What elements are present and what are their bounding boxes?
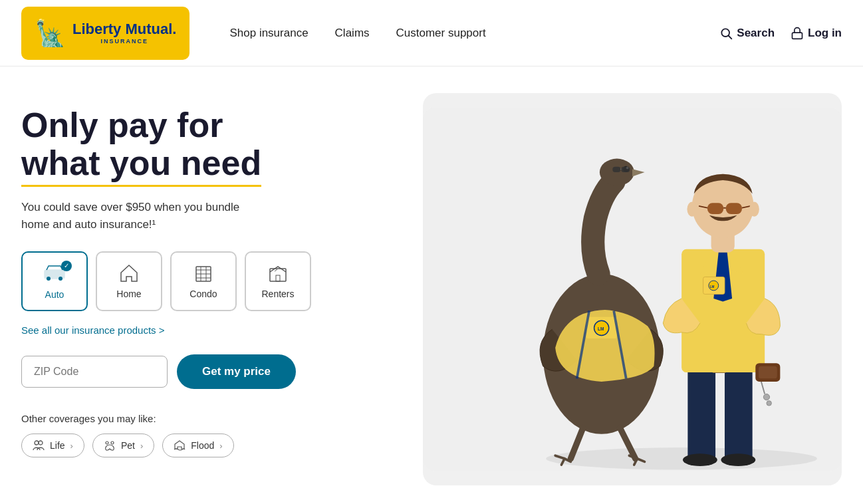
pill-life-label: Life xyxy=(50,440,65,451)
svg-rect-25 xyxy=(612,167,620,172)
svg-point-16 xyxy=(106,441,108,444)
zip-code-input[interactable] xyxy=(21,356,168,388)
auto-check-badge: ✓ xyxy=(61,261,72,271)
svg-rect-35 xyxy=(725,366,753,459)
tab-renters[interactable]: Renters xyxy=(245,251,311,311)
svg-point-52 xyxy=(687,201,697,216)
hero-subtitle: You could save over $950 when you bundle… xyxy=(21,199,407,233)
search-label: Search xyxy=(737,27,775,40)
logo[interactable]: 🗽 Liberty Mutual. INSURANCE xyxy=(21,7,189,60)
tab-condo-label: Condo xyxy=(189,289,217,299)
home-icon xyxy=(118,263,140,283)
see-all-products-link[interactable]: See all our insurance products > xyxy=(21,324,165,336)
other-coverages-label: Other coverages you may like: xyxy=(21,413,407,424)
svg-point-40 xyxy=(767,401,771,406)
tab-condo[interactable]: Condo xyxy=(170,251,237,311)
nav-actions: Search Log in xyxy=(719,27,842,40)
insurance-tabs: ✓ Auto Home xyxy=(21,251,407,311)
renters-icon xyxy=(268,263,288,283)
pill-pet-label: Pet xyxy=(121,440,135,451)
lock-icon xyxy=(791,27,804,40)
nav-links: Shop insurance Claims Customer support xyxy=(229,27,719,40)
hero-title: Only pay for what you need xyxy=(21,106,407,187)
nav-claims[interactable]: Claims xyxy=(335,27,370,40)
svg-text:LM: LM xyxy=(598,326,604,331)
hero-title-line2: what you need xyxy=(21,144,261,187)
logo-main-text: Liberty Mutual. xyxy=(72,21,176,37)
hero-section: Only pay for what you need You could sav… xyxy=(0,66,863,504)
tab-renters-label: Renters xyxy=(261,289,294,299)
life-arrow-icon: › xyxy=(70,441,73,451)
condo-icon xyxy=(193,263,213,283)
svg-point-15 xyxy=(39,441,43,445)
zip-row: Get my price xyxy=(21,354,407,389)
tab-home[interactable]: Home xyxy=(96,251,162,311)
pill-flood[interactable]: Flood › xyxy=(162,434,233,457)
svg-point-57 xyxy=(721,453,755,466)
tab-auto-label: Auto xyxy=(45,289,64,300)
svg-rect-13 xyxy=(276,275,280,281)
svg-point-5 xyxy=(59,277,62,281)
svg-point-14 xyxy=(35,441,39,445)
svg-rect-34 xyxy=(687,366,715,459)
svg-line-1 xyxy=(729,35,732,39)
life-icon xyxy=(33,440,45,451)
pet-icon xyxy=(104,440,116,451)
svg-rect-48 xyxy=(726,203,742,214)
logo-icon: 🗽 xyxy=(35,19,66,48)
hero-left: Only pay for what you need You could sav… xyxy=(21,93,407,457)
pill-pet[interactable]: Pet › xyxy=(92,434,154,457)
coverage-pills: Life › Pet › Flood › xyxy=(21,434,407,457)
logo-sub-text: INSURANCE xyxy=(72,38,176,45)
svg-point-17 xyxy=(111,441,114,444)
login-label: Log in xyxy=(808,27,842,40)
hero-image-panel: LM LM xyxy=(423,93,842,485)
svg-rect-55 xyxy=(759,366,777,379)
pet-arrow-icon: › xyxy=(140,441,143,451)
pill-life[interactable]: Life › xyxy=(21,434,84,457)
tab-auto[interactable]: ✓ Auto xyxy=(21,251,88,311)
svg-rect-47 xyxy=(707,203,723,214)
svg-rect-24 xyxy=(621,167,630,172)
svg-text:LM: LM xyxy=(710,285,715,289)
hero-title-line1: Only pay for xyxy=(21,106,223,144)
svg-point-56 xyxy=(683,453,717,466)
flood-arrow-icon: › xyxy=(219,441,222,451)
svg-point-53 xyxy=(749,201,759,216)
tab-home-label: Home xyxy=(116,289,141,299)
login-button[interactable]: Log in xyxy=(791,27,842,40)
hero-illustration: LM LM xyxy=(423,93,842,485)
nav-customer-support[interactable]: Customer support xyxy=(396,27,486,40)
search-button[interactable]: Search xyxy=(719,27,775,40)
svg-point-39 xyxy=(763,394,769,400)
get-price-button[interactable]: Get my price xyxy=(177,354,296,389)
pill-flood-label: Flood xyxy=(191,440,214,451)
flood-icon xyxy=(174,440,185,451)
svg-point-4 xyxy=(47,277,51,281)
logo-text: Liberty Mutual. INSURANCE xyxy=(72,21,176,44)
svg-rect-2 xyxy=(793,33,802,39)
nav-shop-insurance[interactable]: Shop insurance xyxy=(229,27,308,40)
search-icon xyxy=(719,27,733,40)
svg-point-19 xyxy=(546,447,817,469)
navbar: 🗽 Liberty Mutual. INSURANCE Shop insuran… xyxy=(0,0,863,66)
